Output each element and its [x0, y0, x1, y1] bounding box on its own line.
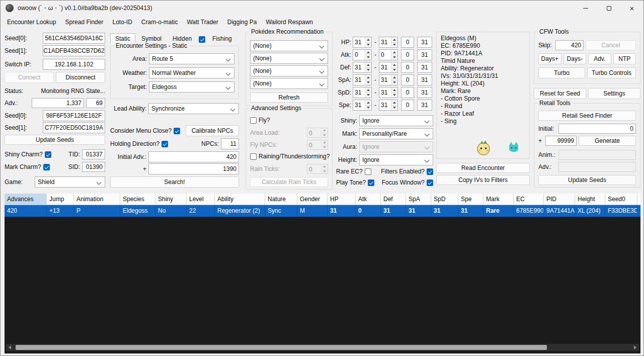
iv-spa-hi-field[interactable]: 31	[417, 74, 432, 85]
menu-item-cram-o-matic[interactable]: Cram-o-matic	[137, 17, 183, 28]
iv-hp-lo-field[interactable]: 0	[401, 37, 414, 48]
raining-checkbox[interactable]	[250, 153, 257, 160]
iv-spd-hi-field[interactable]: 31	[417, 87, 432, 98]
play-tone-checkbox[interactable]	[368, 180, 374, 186]
tid-field[interactable]: 01337	[82, 149, 105, 159]
lead-ability-select[interactable]: Synchronize	[148, 103, 239, 114]
spin-up[interactable]	[365, 75, 371, 80]
iv-spd-lo-field[interactable]: 0	[401, 87, 414, 98]
column-header-ability[interactable]: Ability	[215, 194, 265, 205]
menu-item-spread-finder[interactable]: Spread Finder	[60, 17, 108, 28]
spin-down[interactable]	[391, 105, 397, 111]
iv-spe-min-spinner[interactable]: 31	[353, 100, 372, 111]
column-header-animation[interactable]: Animation	[74, 194, 120, 205]
switch-ip-field[interactable]: 192.168.1.102	[43, 59, 105, 70]
spin-down[interactable]	[391, 80, 397, 85]
column-header-level[interactable]: Level	[187, 194, 215, 205]
tab-fishing[interactable]: Fishing	[207, 33, 237, 45]
spin-down[interactable]	[365, 105, 371, 111]
column-header-hp[interactable]: HP	[328, 194, 356, 205]
game-select[interactable]: Shield	[35, 176, 105, 188]
spin-up[interactable]	[391, 100, 397, 105]
spin-up[interactable]	[365, 37, 371, 42]
generate-button[interactable]: Generate	[579, 136, 636, 146]
scrollbar-track[interactable]	[14, 344, 631, 351]
scroll-right-button[interactable]	[631, 344, 639, 351]
iv-hp-min-spinner[interactable]: 31	[353, 37, 372, 48]
column-header-pid[interactable]: PID	[544, 194, 575, 205]
spin-down[interactable]	[391, 42, 397, 48]
menu-item-encounter-lookup[interactable]: Encounter Lookup	[3, 17, 60, 28]
iv-def-max-spinner[interactable]: 31	[379, 62, 398, 73]
menu-item-loto-id[interactable]: Loto-ID	[108, 17, 136, 28]
spin-up[interactable]	[365, 50, 371, 55]
iv-hp-hi-field[interactable]: 31	[417, 37, 432, 48]
iv-spa-lo-field[interactable]: 0	[401, 74, 414, 85]
minimize-button[interactable]	[574, 1, 597, 16]
current-seed0-field[interactable]: 98F6F53F126E162F	[43, 110, 105, 121]
rare-ec-checkbox[interactable]	[365, 168, 371, 175]
npcs-field[interactable]: 11	[221, 138, 239, 149]
sid-field[interactable]: 01390	[82, 162, 105, 172]
spin-up[interactable]	[391, 87, 397, 93]
spin-down[interactable]	[365, 80, 371, 85]
spin-up[interactable]	[391, 75, 397, 80]
spin-down[interactable]	[391, 93, 397, 98]
column-header-gender[interactable]: Gender	[297, 194, 328, 205]
spin-up[interactable]	[365, 100, 371, 105]
shiny-charm-checkbox[interactable]	[45, 151, 51, 158]
close-button[interactable]: ×	[620, 1, 643, 16]
spin-up[interactable]	[391, 37, 397, 42]
seed1-field[interactable]: C1ADFB438CCB7D62	[43, 45, 105, 56]
iv-def-hi-field[interactable]: 31	[417, 62, 432, 73]
iv-spe-hi-field[interactable]: 31	[417, 100, 432, 111]
pokedex-select-2[interactable]: (None)	[250, 53, 328, 64]
focus-window-checkbox[interactable]	[427, 180, 433, 186]
iv-spe-max-spinner[interactable]: 31	[379, 100, 398, 111]
maximize-button[interactable]	[597, 1, 620, 16]
scrollbar-thumb[interactable]	[16, 345, 547, 350]
area-select[interactable]: Route 5	[149, 53, 234, 64]
pokedex-select-4[interactable]: (None)	[250, 78, 328, 89]
adv-button[interactable]: Adv.	[588, 53, 611, 64]
settings-button[interactable]: Settings	[588, 88, 640, 99]
spin-down[interactable]	[365, 42, 371, 48]
target-select[interactable]: Eldegoss	[149, 81, 234, 93]
height-filter-select[interactable]: Ignore	[359, 154, 433, 165]
horizontal-scrollbar[interactable]	[6, 344, 639, 351]
pokedex-select-1[interactable]: (None)	[250, 40, 328, 51]
iv-spd-max-spinner[interactable]: 31	[379, 87, 398, 98]
column-header-mark[interactable]: Mark	[484, 194, 514, 205]
read-encounter-button[interactable]: Read Encounter	[436, 163, 530, 173]
iv-spa-min-spinner[interactable]: 31	[353, 74, 372, 85]
spin-down[interactable]	[365, 67, 371, 73]
disconnect-button[interactable]: Disconnect	[56, 72, 105, 83]
mark-charm-checkbox[interactable]	[43, 164, 50, 170]
fly-checkbox[interactable]	[250, 117, 257, 124]
iv-atk-lo-field[interactable]: 0	[401, 49, 414, 60]
column-header-jump[interactable]: Jump	[47, 194, 74, 205]
spin-down[interactable]	[365, 93, 371, 98]
calibrate-npcs-button[interactable]: Calibrate NPCs	[186, 125, 239, 136]
menu-item-watt-trader[interactable]: Watt Trader	[182, 17, 222, 28]
column-header-def[interactable]: Def	[381, 194, 406, 205]
weather-select[interactable]: Normal Weather	[149, 67, 234, 78]
iv-spe-lo-field[interactable]: 0	[401, 100, 414, 111]
refresh-button[interactable]: Refresh	[250, 93, 328, 103]
iv-atk-min-spinner[interactable]: 0	[353, 49, 372, 60]
menu-item-wailord-respawn[interactable]: Wailord Respawn	[261, 17, 317, 28]
iv-atk-hi-field[interactable]: 31	[417, 49, 432, 60]
column-header-shiny[interactable]: Shiny	[155, 194, 187, 205]
spin-up[interactable]	[391, 50, 397, 55]
iv-spd-min-spinner[interactable]: 31	[353, 87, 372, 98]
shiny-filter-select[interactable]: Ignore	[359, 115, 433, 126]
column-header-ec[interactable]: EC	[514, 194, 544, 205]
update-seeds-button[interactable]: Update Seeds	[5, 135, 105, 145]
column-header-seed0[interactable]: Seed0	[605, 194, 637, 205]
seed0-field[interactable]: 561CA63546D9A16C	[43, 33, 105, 44]
initial-adv-field[interactable]: 420	[148, 151, 239, 162]
spin-up[interactable]	[365, 87, 371, 93]
column-header-height[interactable]: Height	[575, 194, 605, 205]
iv-def-lo-field[interactable]: 0	[401, 62, 414, 73]
search-button[interactable]: Search!	[110, 176, 239, 188]
